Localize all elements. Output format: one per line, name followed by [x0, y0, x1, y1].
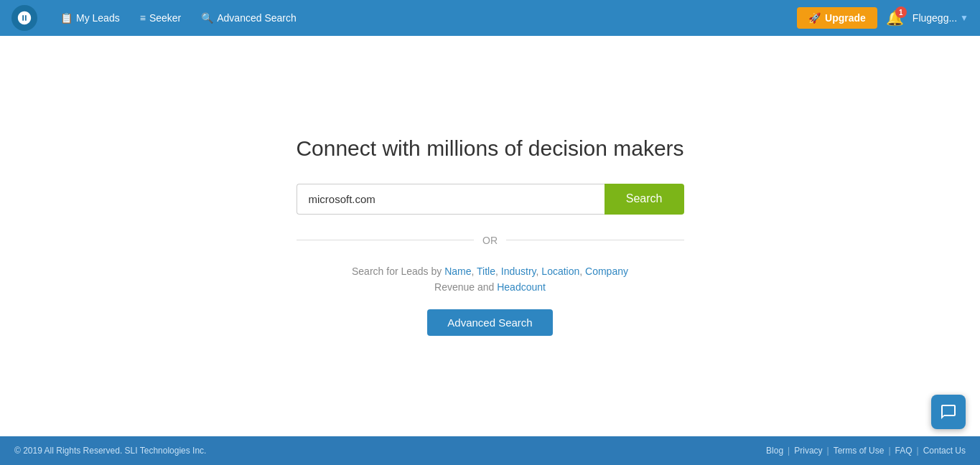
nav-item-seeker[interactable]: ≡ Seeker [131, 8, 190, 28]
highlight-location: Location [541, 266, 579, 277]
user-dropdown-arrow: ▼ [960, 13, 969, 23]
notification-button[interactable]: 🔔 1 [886, 9, 904, 27]
navbar-right: 🚀 Upgrade 🔔 1 Flugegg... ▼ [797, 7, 969, 29]
advanced-description: Search for Leads by Name, Title, Industr… [352, 263, 628, 296]
or-text: OR [482, 235, 498, 246]
highlight-industry: Industry [501, 266, 536, 277]
upgrade-icon: 🚀 [808, 12, 821, 24]
footer-sep-4: | [917, 446, 919, 456]
footer-blog-link[interactable]: Blog [766, 446, 783, 456]
logo-icon [17, 10, 32, 26]
footer: © 2019 All Rights Reserved. SLI Technolo… [0, 436, 980, 465]
footer-sep-1: | [788, 446, 790, 456]
footer-links: Blog | Privacy | Terms of Use | FAQ | Co… [766, 446, 966, 456]
advanced-search-button[interactable]: Advanced Search [427, 309, 552, 336]
footer-faq-link[interactable]: FAQ [895, 446, 913, 456]
chat-icon [940, 403, 957, 421]
seeker-icon: ≡ [140, 12, 146, 24]
user-menu[interactable]: Flugegg... ▼ [913, 12, 969, 24]
nav-item-advanced-search[interactable]: 🔍 Advanced Search [192, 8, 305, 28]
main-content: Connect with millions of decision makers… [0, 36, 980, 436]
footer-sep-3: | [888, 446, 890, 456]
my-leads-icon: 📋 [60, 12, 73, 24]
footer-terms-link[interactable]: Terms of Use [834, 446, 885, 456]
or-divider: OR [297, 235, 684, 246]
upgrade-label: Upgrade [825, 12, 866, 24]
footer-privacy-link[interactable]: Privacy [794, 446, 822, 456]
navbar: 📋 My Leads ≡ Seeker 🔍 Advanced Search 🚀 … [0, 0, 980, 36]
highlight-headcount: Headcount [497, 281, 546, 293]
logo[interactable] [11, 5, 37, 31]
advanced-search-button-label: Advanced Search [447, 316, 532, 329]
headline: Connect with millions of decision makers [296, 136, 683, 161]
copyright: © 2019 All Rights Reserved. SLI Technolo… [14, 446, 766, 456]
nav-label-my-leads: My Leads [76, 12, 120, 24]
advanced-search-nav-icon: 🔍 [201, 12, 213, 24]
search-input[interactable] [297, 184, 605, 215]
highlight-title: Title [477, 266, 495, 277]
footer-sep-2: | [827, 446, 829, 456]
nav-item-my-leads[interactable]: 📋 My Leads [52, 8, 129, 28]
highlight-name: Name [444, 266, 471, 277]
upgrade-button[interactable]: 🚀 Upgrade [797, 7, 877, 29]
search-button[interactable]: Search [605, 184, 684, 215]
notification-badge: 1 [895, 6, 907, 18]
nav-label-advanced-search: Advanced Search [217, 12, 297, 24]
chat-button[interactable] [931, 395, 966, 429]
nav-label-seeker: Seeker [149, 12, 181, 24]
search-bar: Search [297, 184, 684, 215]
footer-contact-link[interactable]: Contact Us [923, 446, 966, 456]
search-button-label: Search [626, 192, 663, 205]
user-name: Flugegg... [913, 12, 957, 24]
highlight-company: Company [585, 266, 628, 277]
nav-links: 📋 My Leads ≡ Seeker 🔍 Advanced Search [52, 8, 797, 28]
